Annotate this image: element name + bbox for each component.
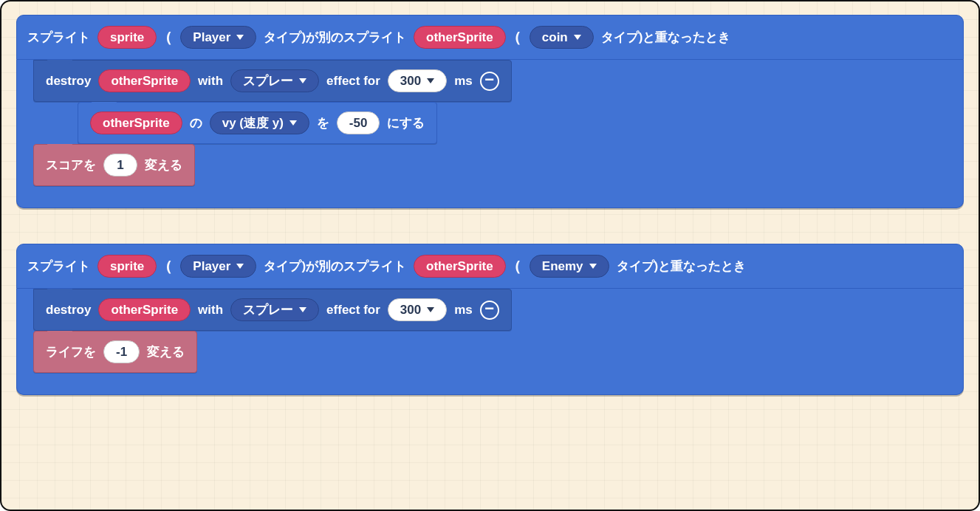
block-footer: [16, 373, 964, 395]
number-input[interactable]: -1: [103, 340, 140, 363]
block-text: スコアを: [46, 157, 96, 174]
variable-pill[interactable]: otherSprite: [414, 255, 506, 278]
dropdown-label: Player: [193, 31, 230, 44]
chevron-down-icon: [299, 78, 306, 83]
block-text: ms: [454, 303, 473, 318]
statement-block[interactable]: ライフを-1変える: [33, 331, 197, 373]
statement-block[interactable]: destroyotherSpritewithスプレーeffect for300m…: [33, 289, 512, 331]
block-footer: [16, 186, 964, 208]
variable-pill[interactable]: otherSprite: [98, 69, 191, 92]
dropdown-pill[interactable]: vy (速度 y): [210, 112, 309, 134]
hat-block-on-overlap[interactable]: スプライトsprite(Playerタイプ)が別のスプライトotherSprit…: [16, 244, 964, 289]
variable-pill[interactable]: sprite: [97, 255, 157, 278]
variable-pill[interactable]: sprite: [97, 26, 157, 49]
variable-pill[interactable]: otherSprite: [90, 112, 182, 134]
variable-pill[interactable]: otherSprite: [98, 298, 191, 321]
paren: (: [513, 258, 522, 275]
number-dropdown[interactable]: 300: [388, 69, 447, 92]
chevron-down-icon: [289, 120, 297, 126]
chevron-down-icon: [574, 35, 581, 40]
dropdown-label: スプレー: [243, 303, 293, 316]
statement-block[interactable]: otherSpriteのvy (速度 y)を-50にする: [78, 102, 437, 144]
block-text: with: [198, 74, 223, 89]
number-input[interactable]: -50: [337, 112, 380, 134]
block-text: effect for: [326, 74, 380, 89]
paren: (: [164, 258, 173, 275]
chevron-down-icon: [236, 264, 244, 269]
remove-param-button[interactable]: −: [480, 301, 499, 320]
number-value: 300: [400, 303, 421, 316]
block-text: destroy: [46, 303, 91, 318]
number-value: 300: [400, 75, 421, 87]
paren: (: [164, 29, 173, 47]
block-text: effect for: [326, 303, 380, 318]
sprite-kind-dropdown[interactable]: Player: [180, 255, 256, 278]
chevron-down-icon: [236, 35, 244, 40]
block-text: ms: [454, 74, 473, 89]
dropdown-label: coin: [542, 31, 568, 44]
block-text: タイプ)と重なったとき: [617, 258, 747, 275]
dropdown-label: vy (速度 y): [222, 117, 284, 129]
chevron-down-icon: [427, 78, 434, 83]
block-body: destroyotherSpritewithスプレーeffect for300m…: [16, 60, 964, 186]
paren: (: [513, 29, 522, 47]
block-text: destroy: [46, 74, 91, 89]
statement-block[interactable]: destroyotherSpritewithスプレーeffect for300m…: [33, 60, 512, 102]
dropdown-pill[interactable]: スプレー: [230, 298, 319, 321]
block-text: スプライト: [27, 258, 90, 275]
block-body: destroyotherSpritewithスプレーeffect for300m…: [16, 289, 964, 373]
dropdown-pill[interactable]: スプレー: [230, 69, 319, 92]
remove-param-button[interactable]: −: [480, 72, 499, 91]
block-text: ライフを: [46, 343, 96, 360]
number-input[interactable]: 1: [103, 154, 137, 176]
statement-block[interactable]: スコアを1変える: [33, 144, 195, 186]
dropdown-label: スプレー: [243, 75, 293, 87]
variable-pill[interactable]: otherSprite: [414, 26, 506, 49]
block-text: の: [190, 114, 202, 131]
hat-block-on-overlap[interactable]: スプライトsprite(Playerタイプ)が別のスプライトotherSprit…: [16, 15, 964, 60]
block-text: 変える: [147, 343, 185, 360]
block-text: スプライト: [27, 29, 90, 46]
block-stack[interactable]: スプライトsprite(Playerタイプ)が別のスプライトotherSprit…: [16, 15, 964, 208]
sprite-kind-dropdown[interactable]: Player: [180, 26, 256, 49]
chevron-down-icon: [589, 264, 597, 269]
block-text: タイプ)が別のスプライト: [264, 29, 406, 46]
sprite-kind-dropdown[interactable]: coin: [530, 26, 594, 49]
dropdown-label: Player: [193, 260, 230, 272]
block-text: にする: [387, 114, 425, 131]
block-text: 変える: [145, 157, 182, 174]
block-text: タイプ)と重なったとき: [601, 29, 731, 46]
dropdown-label: Enemy: [542, 260, 583, 272]
block-text: タイプ)が別のスプライト: [264, 258, 406, 275]
block-stack[interactable]: スプライトsprite(Playerタイプ)が別のスプライトotherSprit…: [16, 244, 964, 395]
block-text: with: [198, 303, 223, 318]
block-text: を: [317, 114, 329, 131]
chevron-down-icon: [427, 307, 434, 312]
sprite-kind-dropdown[interactable]: Enemy: [530, 255, 609, 278]
chevron-down-icon: [299, 307, 306, 312]
block-editor-canvas[interactable]: スプライトsprite(Playerタイプ)が別のスプライトotherSprit…: [0, 0, 980, 511]
number-dropdown[interactable]: 300: [388, 298, 447, 321]
